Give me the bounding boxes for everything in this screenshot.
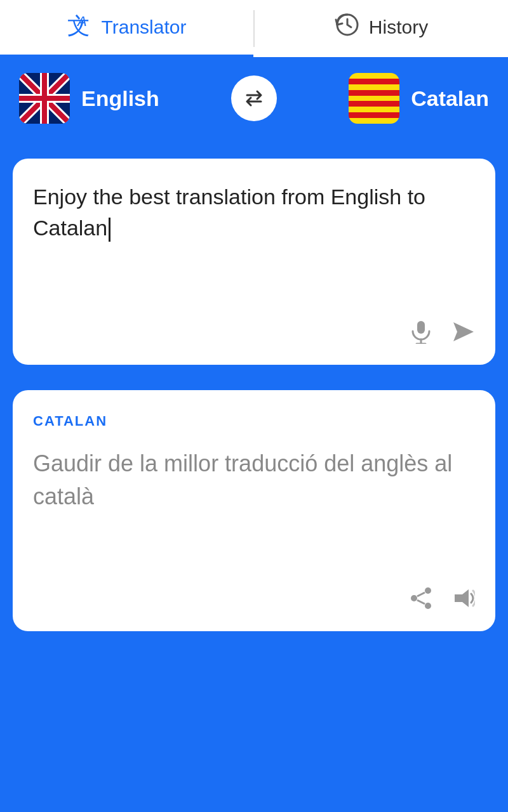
share-button[interactable] [409, 586, 433, 616]
main-content: Enjoy the best translation from English … [0, 140, 508, 650]
svg-rect-12 [417, 321, 425, 334]
target-language-selector[interactable]: Catalan [277, 73, 489, 124]
language-bar: English Catalan [0, 57, 508, 140]
tab-history-label: History [369, 16, 428, 38]
output-language-label: CATALAN [33, 413, 475, 429]
output-card: CATALAN Gaudir de la millor traducció de… [13, 390, 495, 631]
input-text-content: Enjoy the best translation from English … [33, 185, 425, 240]
source-flag [19, 73, 70, 124]
svg-marker-15 [453, 322, 474, 341]
svg-point-18 [425, 603, 431, 609]
svg-text:A: A [76, 13, 87, 29]
tab-translator[interactable]: 文 A Translator [0, 0, 253, 57]
output-text: Gaudir de la millor traducció del anglès… [33, 447, 475, 567]
input-card: Enjoy the best translation from English … [13, 159, 495, 365]
output-actions [33, 586, 475, 616]
send-button[interactable] [451, 320, 475, 350]
swap-languages-button[interactable] [231, 75, 277, 121]
volume-button[interactable] [451, 586, 475, 616]
tab-history[interactable]: History [255, 0, 508, 57]
target-flag [349, 73, 399, 124]
svg-marker-21 [455, 589, 469, 607]
source-language-name: English [81, 86, 159, 111]
history-icon [335, 12, 360, 43]
tab-translator-label: Translator [102, 16, 187, 38]
svg-line-20 [417, 600, 425, 604]
svg-rect-11 [19, 96, 70, 101]
input-actions [33, 320, 475, 350]
tab-bar: 文 A Translator History [0, 0, 508, 57]
text-cursor [109, 218, 110, 242]
svg-line-19 [417, 593, 425, 596]
svg-point-17 [411, 595, 417, 601]
svg-point-16 [425, 587, 431, 594]
microphone-button[interactable] [409, 320, 433, 350]
input-text[interactable]: Enjoy the best translation from English … [33, 181, 475, 308]
translate-icon: 文 A [67, 12, 93, 43]
target-language-name: Catalan [411, 86, 489, 111]
source-language-selector[interactable]: English [19, 73, 231, 124]
